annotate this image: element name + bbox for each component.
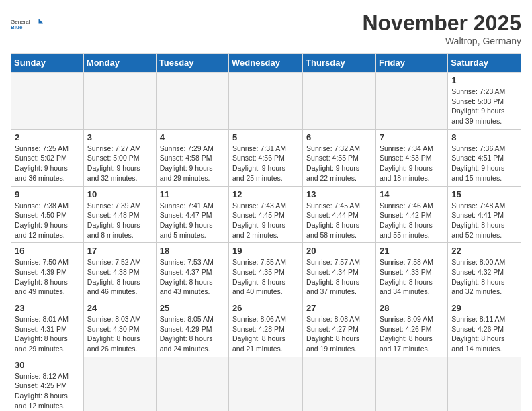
day-number: 8: [451, 132, 517, 142]
day-number: 13: [306, 189, 372, 199]
day-info: Sunrise: 7:46 AMSunset: 4:42 PMDaylight:…: [380, 201, 444, 240]
calendar-cell: 17Sunrise: 7:52 AMSunset: 4:38 PMDayligh…: [83, 243, 156, 300]
day-number: 1: [451, 75, 517, 85]
day-info: Sunrise: 7:31 AMSunset: 4:56 PMDaylight:…: [232, 144, 299, 183]
day-number: 16: [15, 246, 80, 256]
calendar-cell: 8Sunrise: 7:36 AMSunset: 4:51 PMDaylight…: [448, 129, 521, 186]
calendar-cell: 27Sunrise: 8:08 AMSunset: 4:27 PMDayligh…: [303, 300, 376, 357]
header-day-tuesday: Tuesday: [156, 54, 228, 73]
day-info: Sunrise: 7:41 AMSunset: 4:47 PMDaylight:…: [160, 201, 225, 240]
calendar-cell: [11, 73, 84, 130]
calendar-cell: 9Sunrise: 7:38 AMSunset: 4:50 PMDaylight…: [11, 186, 84, 243]
day-info: Sunrise: 7:23 AMSunset: 5:03 PMDaylight:…: [451, 87, 517, 126]
day-number: 10: [87, 189, 152, 199]
day-info: Sunrise: 7:34 AMSunset: 4:53 PMDaylight:…: [380, 144, 444, 183]
header-day-sunday: Sunday: [11, 54, 84, 73]
calendar-cell: 10Sunrise: 7:39 AMSunset: 4:48 PMDayligh…: [83, 186, 156, 243]
day-info: Sunrise: 8:00 AMSunset: 4:32 PMDaylight:…: [451, 257, 517, 297]
day-number: 21: [380, 246, 444, 256]
calendar-cell: 12Sunrise: 7:43 AMSunset: 4:45 PMDayligh…: [229, 186, 303, 243]
header-day-saturday: Saturday: [448, 54, 521, 73]
calendar-cell: [229, 73, 303, 130]
day-info: Sunrise: 8:09 AMSunset: 4:26 PMDaylight:…: [380, 314, 444, 354]
calendar-cell: 16Sunrise: 7:50 AMSunset: 4:39 PMDayligh…: [11, 243, 84, 300]
day-info: Sunrise: 7:27 AMSunset: 5:00 PMDaylight:…: [87, 144, 152, 183]
calendar-cell: [83, 73, 156, 130]
day-info: Sunrise: 8:12 AMSunset: 4:25 PMDaylight:…: [15, 371, 80, 411]
calendar-table: SundayMondayTuesdayWednesdayThursdayFrid…: [11, 53, 521, 411]
day-number: 26: [232, 303, 299, 313]
day-number: 27: [306, 303, 372, 313]
day-info: Sunrise: 8:06 AMSunset: 4:28 PMDaylight:…: [232, 314, 299, 354]
calendar-cell: 3Sunrise: 7:27 AMSunset: 5:00 PMDaylight…: [83, 129, 156, 186]
day-number: 17: [87, 246, 152, 256]
day-info: Sunrise: 8:08 AMSunset: 4:27 PMDaylight:…: [306, 314, 372, 354]
day-info: Sunrise: 7:36 AMSunset: 4:51 PMDaylight:…: [451, 144, 517, 183]
day-number: 18: [160, 246, 225, 256]
day-info: Sunrise: 8:01 AMSunset: 4:31 PMDaylight:…: [15, 314, 80, 354]
week-row-1: 1Sunrise: 7:23 AMSunset: 5:03 PMDaylight…: [11, 73, 521, 130]
calendar-cell: 22Sunrise: 8:00 AMSunset: 4:32 PMDayligh…: [448, 243, 521, 300]
day-info: Sunrise: 8:05 AMSunset: 4:29 PMDaylight:…: [160, 314, 225, 354]
day-number: 24: [87, 303, 152, 313]
calendar-cell: 19Sunrise: 7:55 AMSunset: 4:35 PMDayligh…: [229, 243, 303, 300]
calendar-cell: [83, 357, 156, 411]
header-day-monday: Monday: [83, 54, 156, 73]
calendar-cell: 30Sunrise: 8:12 AMSunset: 4:25 PMDayligh…: [11, 357, 84, 411]
day-info: Sunrise: 7:58 AMSunset: 4:33 PMDaylight:…: [380, 257, 444, 297]
calendar-cell: 2Sunrise: 7:25 AMSunset: 5:02 PMDaylight…: [11, 129, 84, 186]
day-info: Sunrise: 7:48 AMSunset: 4:41 PMDaylight:…: [451, 201, 517, 240]
calendar-cell: 20Sunrise: 7:57 AMSunset: 4:34 PMDayligh…: [303, 243, 376, 300]
day-info: Sunrise: 7:38 AMSunset: 4:50 PMDaylight:…: [15, 201, 80, 240]
day-number: 22: [451, 246, 517, 256]
calendar-cell: 6Sunrise: 7:32 AMSunset: 4:55 PMDaylight…: [303, 129, 376, 186]
day-number: 15: [451, 189, 517, 199]
svg-text:General: General: [11, 19, 30, 25]
day-info: Sunrise: 7:55 AMSunset: 4:35 PMDaylight:…: [232, 257, 299, 297]
calendar-cell: [156, 357, 228, 411]
calendar-cell: 11Sunrise: 7:41 AMSunset: 4:47 PMDayligh…: [156, 186, 228, 243]
calendar-cell: [448, 357, 521, 411]
calendar-cell: 15Sunrise: 7:48 AMSunset: 4:41 PMDayligh…: [448, 186, 521, 243]
day-number: 19: [232, 246, 299, 256]
day-number: 4: [160, 132, 225, 142]
week-row-2: 2Sunrise: 7:25 AMSunset: 5:02 PMDaylight…: [11, 129, 521, 186]
day-number: 30: [15, 360, 80, 370]
header-row: SundayMondayTuesdayWednesdayThursdayFrid…: [11, 54, 521, 73]
calendar-cell: [303, 73, 376, 130]
calendar-cell: 23Sunrise: 8:01 AMSunset: 4:31 PMDayligh…: [11, 300, 84, 357]
week-row-4: 16Sunrise: 7:50 AMSunset: 4:39 PMDayligh…: [11, 243, 521, 300]
day-number: 29: [451, 303, 517, 313]
day-info: Sunrise: 7:50 AMSunset: 4:39 PMDaylight:…: [15, 257, 80, 297]
calendar-cell: 14Sunrise: 7:46 AMSunset: 4:42 PMDayligh…: [375, 186, 447, 243]
day-number: 23: [15, 303, 80, 313]
calendar-cell: 28Sunrise: 8:09 AMSunset: 4:26 PMDayligh…: [375, 300, 447, 357]
logo-svg: General Blue: [11, 11, 44, 38]
calendar-cell: 24Sunrise: 8:03 AMSunset: 4:30 PMDayligh…: [83, 300, 156, 357]
calendar-cell: 13Sunrise: 7:45 AMSunset: 4:44 PMDayligh…: [303, 186, 376, 243]
calendar-cell: 18Sunrise: 7:53 AMSunset: 4:37 PMDayligh…: [156, 243, 228, 300]
day-number: 25: [160, 303, 225, 313]
day-info: Sunrise: 7:43 AMSunset: 4:45 PMDaylight:…: [232, 201, 299, 240]
calendar-cell: [229, 357, 303, 411]
day-number: 12: [232, 189, 299, 199]
location: Waltrop, Germany: [362, 36, 521, 46]
day-number: 6: [306, 132, 372, 142]
calendar-cell: 5Sunrise: 7:31 AMSunset: 4:56 PMDaylight…: [229, 129, 303, 186]
day-number: 14: [380, 189, 444, 199]
day-number: 28: [380, 303, 444, 313]
calendar-cell: 4Sunrise: 7:29 AMSunset: 4:58 PMDaylight…: [156, 129, 228, 186]
calendar-cell: 29Sunrise: 8:11 AMSunset: 4:26 PMDayligh…: [448, 300, 521, 357]
week-row-6: 30Sunrise: 8:12 AMSunset: 4:25 PMDayligh…: [11, 357, 521, 411]
day-info: Sunrise: 7:29 AMSunset: 4:58 PMDaylight:…: [160, 144, 225, 183]
calendar-cell: [375, 357, 447, 411]
calendar-cell: [375, 73, 447, 130]
day-number: 9: [15, 189, 80, 199]
day-info: Sunrise: 7:25 AMSunset: 5:02 PMDaylight:…: [15, 144, 80, 183]
day-number: 2: [15, 132, 80, 142]
svg-marker-2: [39, 19, 44, 24]
day-number: 3: [87, 132, 152, 142]
week-row-3: 9Sunrise: 7:38 AMSunset: 4:50 PMDaylight…: [11, 186, 521, 243]
title-block: November 2025 Waltrop, Germany: [362, 11, 521, 46]
header-day-wednesday: Wednesday: [229, 54, 303, 73]
